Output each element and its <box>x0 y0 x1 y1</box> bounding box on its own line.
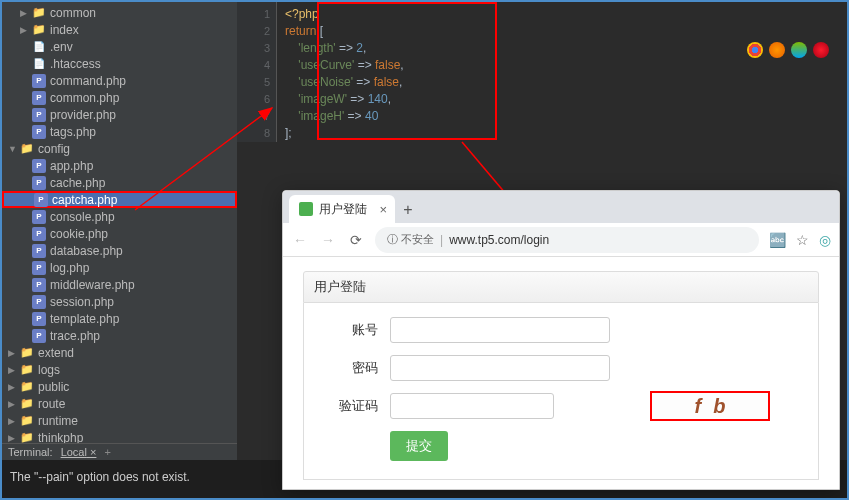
tree-label: .env <box>50 40 73 54</box>
tree-label: command.php <box>50 74 126 88</box>
new-tab-button[interactable]: + <box>395 197 421 223</box>
label-account: 账号 <box>322 321 378 339</box>
code-area[interactable]: <?php return [ 'length' => 2, 'useCurve'… <box>277 2 847 146</box>
tree-label: cache.php <box>50 176 105 190</box>
firefox-icon[interactable] <box>769 42 785 58</box>
account-input[interactable] <box>390 317 610 343</box>
tree-folder-route[interactable]: route <box>2 395 237 412</box>
tree-file-database[interactable]: database.php <box>2 242 237 259</box>
nav-forward-icon[interactable]: → <box>319 232 337 248</box>
tree-label: tags.php <box>50 125 96 139</box>
tree-folder-public[interactable]: public <box>2 378 237 395</box>
login-form: 账号 密码 验证码 fb 提交 <box>303 303 819 480</box>
tree-label: public <box>38 380 69 394</box>
tree-label: database.php <box>50 244 123 258</box>
tree-file-middleware[interactable]: middleware.php <box>2 276 237 293</box>
tree-file-template[interactable]: template.php <box>2 310 237 327</box>
tree-folder-index[interactable]: index <box>2 21 237 38</box>
tree-label: extend <box>38 346 74 360</box>
tree-file-session[interactable]: session.php <box>2 293 237 310</box>
tree-file-provider[interactable]: provider.php <box>2 106 237 123</box>
safari-icon[interactable] <box>791 42 807 58</box>
tree-label: index <box>50 23 79 37</box>
insecure-badge: 不安全 <box>387 232 434 247</box>
gutter: 12345678 <box>237 2 277 142</box>
tree-file-console[interactable]: console.php <box>2 208 237 225</box>
page-content: 用户登陆 账号 密码 验证码 fb 提交 <box>283 257 839 490</box>
close-icon[interactable]: × <box>90 446 96 458</box>
label-captcha: 验证码 <box>322 397 378 415</box>
tree-file-common-php[interactable]: common.php <box>2 89 237 106</box>
tree-label: common <box>50 6 96 20</box>
tree-folder-runtime[interactable]: runtime <box>2 412 237 429</box>
tree-label: trace.php <box>50 329 100 343</box>
tree-folder-extend[interactable]: extend <box>2 344 237 361</box>
password-input[interactable] <box>390 355 610 381</box>
tree-label: log.php <box>50 261 89 275</box>
tab-title: 用户登陆 <box>319 201 367 218</box>
browser-tabstrip: 用户登陆 × + <box>283 191 839 223</box>
browser-window: 用户登陆 × + ← → ⟳ 不安全 | www.tp5.com/login 🔤… <box>282 190 840 490</box>
tab-close-icon[interactable]: × <box>379 202 387 217</box>
tree-file-log[interactable]: log.php <box>2 259 237 276</box>
tree-label: config <box>38 142 70 156</box>
captcha-input[interactable] <box>390 393 554 419</box>
terminal-tab-local[interactable]: Local × <box>61 446 97 458</box>
tree-label: provider.php <box>50 108 116 122</box>
tree-label: .htaccess <box>50 57 101 71</box>
panel-title: 用户登陆 <box>303 271 819 303</box>
project-tree: common index .env .htaccess command.php … <box>2 2 237 498</box>
tree-file-command[interactable]: command.php <box>2 72 237 89</box>
tree-label: cookie.php <box>50 227 108 241</box>
tree-label: session.php <box>50 295 114 309</box>
extension-icon[interactable]: ◎ <box>819 232 831 248</box>
tree-file-captcha[interactable]: captcha.php <box>2 191 237 208</box>
nav-back-icon[interactable]: ← <box>291 232 309 248</box>
terminal-tabs: Terminal: Local × + <box>2 443 237 460</box>
tree-label: logs <box>38 363 60 377</box>
favicon-icon <box>299 202 313 216</box>
translate-icon[interactable]: 🔤 <box>769 232 786 248</box>
browser-badges <box>747 42 829 58</box>
tree-file-cookie[interactable]: cookie.php <box>2 225 237 242</box>
label-password: 密码 <box>322 359 378 377</box>
chrome-icon[interactable] <box>747 42 763 58</box>
tree-file-env[interactable]: .env <box>2 38 237 55</box>
tree-label: captcha.php <box>52 193 117 207</box>
nav-reload-icon[interactable]: ⟳ <box>347 232 365 248</box>
terminal-label: Terminal: <box>8 446 53 458</box>
star-icon[interactable]: ☆ <box>796 232 809 248</box>
tree-file-trace[interactable]: trace.php <box>2 327 237 344</box>
tree-label: common.php <box>50 91 119 105</box>
tree-file-cache[interactable]: cache.php <box>2 174 237 191</box>
tree-label: template.php <box>50 312 119 326</box>
tree-label: console.php <box>50 210 115 224</box>
tree-label: route <box>38 397 65 411</box>
tree-folder-config[interactable]: config <box>2 140 237 157</box>
address-bar: ← → ⟳ 不安全 | www.tp5.com/login 🔤 ☆ ◎ <box>283 223 839 257</box>
url-text: www.tp5.com/login <box>449 233 549 247</box>
captcha-image[interactable]: fb <box>650 391 770 421</box>
tree-folder-logs[interactable]: logs <box>2 361 237 378</box>
terminal-add-button[interactable]: + <box>104 446 110 458</box>
tree-file-htaccess[interactable]: .htaccess <box>2 55 237 72</box>
url-input[interactable]: 不安全 | www.tp5.com/login <box>375 227 759 253</box>
tree-file-tags[interactable]: tags.php <box>2 123 237 140</box>
tree-label: runtime <box>38 414 78 428</box>
tree-label: middleware.php <box>50 278 135 292</box>
tree-label: app.php <box>50 159 93 173</box>
tree-folder-common[interactable]: common <box>2 4 237 21</box>
tree-file-app[interactable]: app.php <box>2 157 237 174</box>
submit-button[interactable]: 提交 <box>390 431 448 461</box>
browser-tab-active[interactable]: 用户登陆 × <box>289 195 395 223</box>
opera-icon[interactable] <box>813 42 829 58</box>
